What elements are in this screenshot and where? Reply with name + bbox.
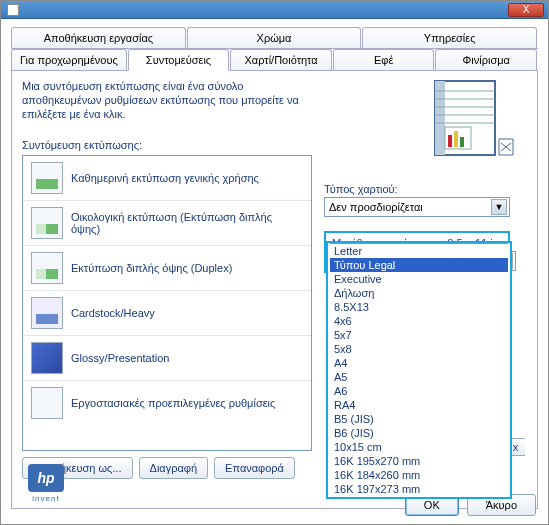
tab-row-lower: Για προχωρημένους Συντομεύσεις Χαρτί/Ποι… — [11, 49, 538, 71]
hp-logo: hp invent — [22, 464, 70, 500]
svg-rect-10 — [460, 137, 464, 147]
shortcut-item-cardstock[interactable]: Cardstock/Heavy — [23, 291, 311, 336]
tab-color[interactable]: Χρώμα — [187, 27, 362, 48]
tab-effects[interactable]: Εφέ — [333, 49, 435, 70]
tab-row-upper: Αποθήκευση εργασίας Χρώμα Υπηρεσίες — [11, 27, 538, 49]
tab-paper-quality[interactable]: Χαρτί/Ποιότητα — [230, 49, 332, 70]
paper-size-option[interactable]: B5 (JIS) — [330, 412, 508, 426]
paper-size-option[interactable]: 5x8 — [330, 342, 508, 356]
tab-shortcuts[interactable]: Συντομεύσεις — [128, 49, 230, 71]
tab-body-shortcuts: Μια συντόμευση εκτύπωσης είναι ένα σύνολ… — [11, 71, 538, 509]
tab-finishing[interactable]: Φινίρισμα — [435, 49, 537, 70]
dialog-content: Αποθήκευση εργασίας Χρώμα Υπηρεσίες Για … — [1, 19, 548, 517]
shortcut-label: Cardstock/Heavy — [71, 307, 155, 319]
hp-logo-tag: invent — [22, 494, 70, 503]
paper-size-option[interactable]: A6 — [330, 384, 508, 398]
shortcut-item-factory-defaults[interactable]: Εργοστασιακές προεπιλεγμένες ρυθμίσεις — [23, 381, 311, 425]
shortcut-item-glossy[interactable]: Glossy/Presentation — [23, 336, 311, 381]
shortcut-label: Εκτύπωση διπλής όψης (Duplex) — [71, 262, 232, 274]
titlebar: X — [1, 1, 548, 19]
paper-size-option[interactable]: 8.5X13 — [330, 300, 508, 314]
paper-size-option[interactable]: A4 — [330, 356, 508, 370]
paper-size-dropdown-list[interactable]: LetterΤύπου LegalExecutiveΔήλωση8.5X134x… — [326, 241, 512, 499]
shortcut-item-everyday[interactable]: Καθημερινή εκτύπωση γενικής χρήσης — [23, 156, 311, 201]
shortcut-label: Καθημερινή εκτύπωση γενικής χρήσης — [71, 172, 259, 184]
chevron-down-icon: ▼ — [491, 199, 507, 215]
tab-save-job[interactable]: Αποθήκευση εργασίας — [11, 27, 186, 48]
page-preview — [413, 79, 523, 159]
paper-type-combo[interactable]: Δεν προσδιορίζεται ▼ — [324, 197, 510, 217]
paper-size-option[interactable]: 16K 195x270 mm — [330, 454, 508, 468]
hp-logo-mark: hp — [28, 464, 64, 492]
paper-size-option[interactable]: 5x7 — [330, 328, 508, 342]
paper-size-option[interactable]: 10x15 cm — [330, 440, 508, 454]
paper-size-option[interactable]: Letter — [330, 244, 508, 258]
paper-size-option[interactable]: RA4 — [330, 398, 508, 412]
shortcut-icon — [31, 387, 63, 419]
paper-size-option[interactable]: 4x6 — [330, 314, 508, 328]
paper-size-option[interactable]: Τύπου Legal — [330, 258, 508, 272]
close-button[interactable]: X — [508, 3, 544, 17]
intro-text: Μια συντόμευση εκτύπωσης είναι ένα σύνολ… — [22, 79, 302, 121]
shortcut-label: Εργοστασιακές προεπιλεγμένες ρυθμίσεις — [71, 397, 275, 409]
reset-button[interactable]: Επαναφορά — [214, 457, 295, 479]
shortcut-label: Οικολογική εκτύπωση (Εκτύπωση διπλής όψη… — [71, 211, 303, 235]
shortcut-icon — [31, 162, 63, 194]
paper-size-option[interactable]: Executive — [330, 272, 508, 286]
svg-rect-8 — [448, 135, 452, 147]
paper-type-value: Δεν προσδιορίζεται — [329, 201, 423, 213]
shortcuts-listbox[interactable]: Καθημερινή εκτύπωση γενικής χρήσης Οικολ… — [22, 155, 312, 451]
print-preferences-dialog: X Αποθήκευση εργασίας Χρώμα Υπηρεσίες Γι… — [0, 0, 549, 525]
tab-advanced[interactable]: Για προχωρημένους — [11, 49, 127, 70]
svg-rect-1 — [435, 81, 445, 155]
shortcut-icon — [31, 342, 63, 374]
shortcut-item-eco[interactable]: Οικολογική εκτύπωση (Εκτύπωση διπλής όψη… — [23, 201, 311, 246]
paper-size-option[interactable]: 16K 197x273 mm — [330, 482, 508, 495]
paper-size-option[interactable]: B6 (JIS) — [330, 426, 508, 440]
shortcut-item-duplex[interactable]: Εκτύπωση διπλής όψης (Duplex) — [23, 246, 311, 291]
shortcut-label: Glossy/Presentation — [71, 352, 169, 364]
delete-button[interactable]: Διαγραφή — [139, 457, 209, 479]
shortcut-icon — [31, 207, 63, 239]
paper-type-label: Τύπος χαρτιού: — [324, 183, 510, 195]
paper-size-option[interactable]: 16K 184x260 mm — [330, 468, 508, 482]
tab-services[interactable]: Υπηρεσίες — [362, 27, 537, 48]
shortcut-icon — [31, 252, 63, 284]
paper-size-option[interactable]: A5 — [330, 370, 508, 384]
titlebar-app-icon — [7, 4, 19, 16]
paper-size-option[interactable]: Δήλωση — [330, 286, 508, 300]
svg-rect-9 — [454, 131, 458, 147]
shortcut-icon — [31, 297, 63, 329]
